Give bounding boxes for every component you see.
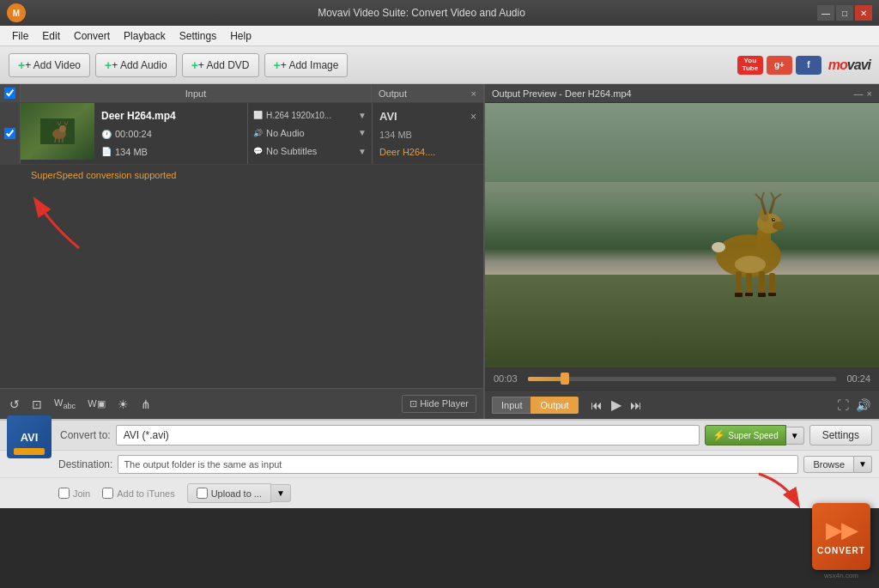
join-label: Join: [73, 488, 90, 499]
upload-button[interactable]: Upload to ...: [187, 483, 271, 503]
time-end: 00:24: [843, 373, 870, 384]
options-bar: Join Add to iTunes Upload to ... ▼: [0, 477, 879, 508]
add-video-button[interactable]: + + Add Video: [9, 53, 90, 77]
filename: Deer H264.mp4: [101, 110, 240, 122]
svg-point-2: [59, 125, 66, 132]
preview-controls: — ×: [854, 88, 872, 99]
upload-group: Upload to ... ▼: [187, 483, 291, 503]
join-option[interactable]: Join: [58, 488, 90, 499]
svg-point-33: [712, 242, 725, 252]
lightning-icon: ⚡: [712, 429, 725, 441]
input-column-header: Input: [21, 84, 372, 102]
output-close-btn[interactable]: ×: [470, 111, 476, 123]
timeline-progress: [528, 377, 565, 381]
add-to-itunes-checkbox[interactable]: [102, 488, 113, 499]
format-dropdown[interactable]: AVI (*.avi): [116, 425, 700, 446]
menu-help[interactable]: Help: [223, 28, 258, 44]
facebook-icon[interactable]: f: [796, 56, 821, 75]
browse-group: Browse ▼: [803, 456, 872, 473]
menu-edit[interactable]: Edit: [35, 28, 67, 44]
crop-button[interactable]: ⊡: [29, 395, 45, 414]
upload-dropdown-button[interactable]: ▼: [271, 484, 291, 502]
destination-label: Destination:: [58, 458, 112, 470]
menu-file[interactable]: File: [5, 28, 35, 44]
minimize-button[interactable]: —: [817, 5, 834, 21]
rewind-button[interactable]: ⏮: [589, 397, 604, 414]
menu-convert[interactable]: Convert: [67, 28, 117, 44]
browse-dropdown-button[interactable]: ▼: [854, 456, 872, 473]
avi-film-strip: [14, 448, 45, 455]
browse-button[interactable]: Browse: [803, 456, 854, 473]
rotate-left-button[interactable]: ↺: [7, 395, 22, 414]
menu-settings[interactable]: Settings: [173, 28, 223, 44]
svg-rect-28: [735, 293, 743, 297]
toolbar: + + Add Video + + Add Audio + + Add DVD …: [0, 46, 879, 84]
svg-rect-27: [769, 273, 775, 295]
convert-to-bar: AVI Convert to: AVI (*.avi) ⚡ Super Spee…: [0, 419, 879, 450]
duration-value: 00:00:24: [115, 129, 152, 139]
row-checkbox-area[interactable]: [0, 103, 21, 164]
plus-icon4: +: [274, 58, 281, 72]
watermark-text-button[interactable]: Wabc: [52, 395, 78, 413]
superspeed-dropdown-button[interactable]: ▼: [786, 427, 804, 445]
close-button[interactable]: ✕: [855, 5, 872, 21]
svg-point-32: [735, 256, 766, 273]
player-controls: Input Output ⏮ ▶ ⏭ ⛶ 🔊: [485, 390, 879, 419]
social-area: YouTube g+ f movavi: [737, 56, 870, 75]
add-image-button[interactable]: + + Add Image: [264, 53, 349, 77]
select-all-checkbox-area[interactable]: [0, 84, 21, 102]
subtitles-icon: 💬: [253, 147, 263, 155]
convert-button[interactable]: ▶▶ CONVERT: [812, 503, 870, 570]
upload-checkbox[interactable]: [197, 488, 208, 499]
maximize-button[interactable]: □: [836, 5, 853, 21]
movavi-brand-logo: movavi: [828, 58, 870, 73]
add-to-itunes-option[interactable]: Add to iTunes: [102, 488, 174, 499]
svg-rect-31: [768, 293, 776, 296]
preview-video-area: [485, 103, 879, 367]
audio-line: 🔊 No Audio ▼: [253, 128, 367, 138]
codec-line: ⬜ H.264 1920x10... ▼: [253, 111, 367, 120]
youtube-icon[interactable]: YouTube: [737, 56, 763, 75]
play-button[interactable]: ▶: [609, 395, 623, 415]
audio-dropdown-arrow[interactable]: ▼: [358, 128, 367, 137]
superspeed-button[interactable]: ⚡ Super Speed: [705, 425, 785, 446]
preview-minimize-button[interactable]: —: [854, 88, 864, 99]
watermark-image-button[interactable]: W▣: [85, 396, 107, 412]
timeline-bar[interactable]: [528, 377, 836, 381]
forward-button[interactable]: ⏭: [628, 397, 644, 414]
destination-bar: Destination: The output folder is the sa…: [0, 450, 879, 477]
upload-label: Upload to ...: [211, 488, 262, 499]
menu-playback[interactable]: Playback: [117, 28, 173, 44]
add-video-label: + Add Video: [25, 59, 81, 71]
subtitles-line: 💬 No Subtitles ▼: [253, 146, 367, 156]
gplus-icon[interactable]: g+: [767, 56, 792, 75]
join-checkbox[interactable]: [58, 488, 70, 499]
video-thumbnail: [21, 103, 94, 160]
destination-input[interactable]: The output folder is the same as input: [118, 455, 798, 474]
output-tab[interactable]: Output: [530, 397, 578, 414]
add-audio-button[interactable]: + + Add Audio: [95, 53, 177, 77]
video-background: [485, 103, 879, 367]
settings-button[interactable]: Settings: [809, 425, 872, 446]
preview-close-button[interactable]: ×: [867, 88, 872, 99]
codec-dropdown-arrow[interactable]: ▼: [358, 111, 367, 120]
titlebar: M Movavi Video Suite: Convert Video and …: [0, 0, 879, 26]
row-checkbox[interactable]: [4, 128, 15, 139]
fullscreen-button[interactable]: ⛶: [835, 397, 851, 414]
select-all-checkbox[interactable]: [4, 88, 15, 99]
file-row: Deer H264.mp4 🕐 00:00:24 📄 134 MB ⬜ H.26…: [0, 103, 483, 165]
audio-value: No Audio: [266, 128, 355, 138]
svg-rect-29: [745, 293, 753, 296]
codec-icon: ⬜: [253, 111, 263, 119]
subtitles-dropdown-arrow[interactable]: ▼: [358, 147, 367, 156]
hide-player-button[interactable]: ⊡ Hide Player: [402, 395, 476, 413]
volume-button[interactable]: 🔊: [854, 397, 872, 414]
effects-button[interactable]: ☀: [115, 395, 131, 414]
add-dvd-button[interactable]: + + Add DVD: [182, 53, 259, 77]
audio-fx-button[interactable]: ⋔: [138, 395, 154, 414]
avi-format-label: AVI: [21, 431, 39, 444]
menubar: File Edit Convert Playback Settings Help: [0, 26, 879, 46]
input-tab[interactable]: Input: [492, 397, 530, 414]
timeline-handle[interactable]: [561, 373, 569, 385]
output-close-icon[interactable]: ×: [471, 88, 476, 99]
